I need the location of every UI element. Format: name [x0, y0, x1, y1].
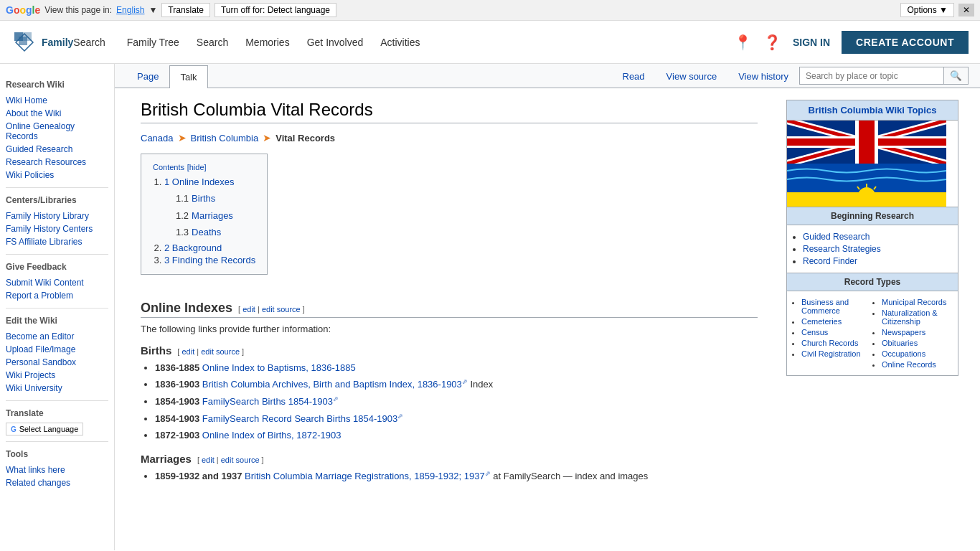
record-types-content: Business and Commerce Cemeteries Census …	[787, 291, 958, 375]
sidebar-item-personal-sandbox[interactable]: Personal Sandbox	[6, 356, 108, 369]
turnoff-button[interactable]: Turn off for: Detect language	[215, 3, 336, 17]
sidebar-item-family-history-library[interactable]: Family History Library	[6, 209, 108, 222]
tab-view-source[interactable]: View source	[656, 65, 728, 88]
tab-view-history[interactable]: View history	[727, 65, 799, 88]
births-link-1872-1903[interactable]: Online Index of Births, 1872-1903	[202, 430, 341, 441]
help-icon[interactable]: ❓	[763, 34, 781, 51]
edit-source-link-births[interactable]: edit source	[201, 347, 240, 356]
breadcrumb-bc[interactable]: British Columbia	[191, 133, 259, 143]
edit-link-marriages[interactable]: edit	[202, 456, 215, 464]
sidebar-item-report-problem[interactable]: Report a Problem	[6, 289, 108, 302]
sidebar-item-wiki-projects[interactable]: Wiki Projects	[6, 369, 108, 382]
nav-get-involved[interactable]: Get Involved	[307, 34, 364, 51]
nav-family-tree[interactable]: Family Tree	[127, 34, 179, 51]
toc-link-finding-records[interactable]: 3 Finding the Records	[164, 255, 255, 265]
breadcrumb-canada[interactable]: Canada	[141, 133, 174, 143]
wiki-right-sidebar: British Columbia Wiki Topics	[786, 100, 958, 498]
sidebar-item-upload-file[interactable]: Upload File/Image	[6, 343, 108, 356]
create-account-button[interactable]: CREATE ACCOUNT	[842, 31, 969, 54]
tab-talk[interactable]: Talk	[169, 65, 207, 88]
rt-link-occupations[interactable]: Occupations	[882, 349, 952, 358]
rt-link-municipal[interactable]: Municipal Records	[882, 298, 952, 306]
sign-in-button[interactable]: SIGN IN	[793, 37, 830, 48]
sidebar-item-wiki-university[interactable]: Wiki University	[6, 382, 108, 395]
rt-link-cemeteries[interactable]: Cemeteries	[801, 317, 872, 326]
toc-hide-button[interactable]: [hide]	[187, 163, 207, 171]
marriages-link-1859-1937[interactable]: British Columbia Marriage Registrations,…	[245, 471, 491, 481]
translate-button[interactable]: Translate	[161, 3, 210, 17]
rt-naturalization: Naturalization & Citizenship	[882, 309, 952, 326]
breadcrumb: Canada ➤ British Columbia ➤ Vital Record…	[141, 132, 758, 143]
research-strategies-link[interactable]: Research Strategies	[803, 244, 881, 254]
toc-link-births[interactable]: Births	[192, 193, 215, 204]
rt-link-civil[interactable]: Civil Registration	[801, 349, 872, 358]
toc-sublist-1: Births Marriages Deaths	[176, 192, 255, 240]
wiki-search-button[interactable]: 🔍	[943, 67, 968, 84]
select-language-button[interactable]: G Select Language	[6, 423, 83, 435]
births-link-1854-1903-b[interactable]: FamilySearch Record Search Births 1854-1…	[202, 413, 403, 424]
wiki-content-area: Page Talk Read View source View history …	[115, 64, 980, 550]
sidebar-divider-2	[6, 254, 108, 255]
marriages-section-header: Marriages [ edit | edit source ]	[141, 453, 758, 465]
edit-link-online-indexes[interactable]: edit	[242, 305, 255, 314]
beginning-research-header: Beginning Research	[787, 207, 958, 225]
sidebar-item-fs-affiliate-libraries[interactable]: FS Affiliate Libraries	[6, 235, 108, 248]
sidebar-item-wiki-policies[interactable]: Wiki Policies	[6, 169, 108, 182]
svg-point-15	[858, 187, 875, 204]
guided-research-link[interactable]: Guided Research	[803, 232, 870, 242]
sidebar-item-submit-wiki[interactable]: Submit Wiki Content	[6, 276, 108, 289]
rt-link-naturalization[interactable]: Naturalization & Citizenship	[882, 309, 952, 326]
births-link-1854-1903-a[interactable]: FamilySearch Births 1854-1903	[202, 396, 339, 407]
sidebar-item-guided-research[interactable]: Guided Research	[6, 143, 108, 156]
toc-link-online-indexes[interactable]: 1 Online Indexes	[164, 176, 235, 187]
births-link-1836-1885[interactable]: Online Index to Baptisms, 1836-1885	[202, 362, 356, 373]
rt-online: Online Records	[882, 360, 952, 369]
rt-link-census[interactable]: Census	[801, 328, 872, 336]
rt-link-church[interactable]: Church Records	[801, 339, 872, 347]
tab-read[interactable]: Read	[612, 65, 656, 88]
page-tabs: Page Talk Read View source View history …	[115, 64, 980, 88]
wiki-search-input[interactable]	[800, 68, 943, 84]
sidebar-item-wiki-home[interactable]: Wiki Home	[6, 94, 108, 107]
rt-link-online[interactable]: Online Records	[882, 360, 952, 369]
language-link[interactable]: English	[116, 5, 144, 15]
nav-search[interactable]: Search	[197, 34, 228, 51]
record-finder-link[interactable]: Record Finder	[803, 256, 857, 266]
sidebar-item-what-links[interactable]: What links here	[6, 463, 108, 476]
toc-link-background[interactable]: 2 Background	[164, 242, 222, 253]
sidebar-item-family-history-centers[interactable]: Family History Centers	[6, 222, 108, 235]
nav-activities[interactable]: Activities	[380, 34, 420, 51]
rt-link-obituaries[interactable]: Obituaries	[882, 339, 952, 347]
toc-link-marriages[interactable]: Marriages	[192, 210, 233, 221]
sidebar-divider-4	[6, 400, 108, 401]
sidebar-item-become-editor[interactable]: Become an Editor	[6, 330, 108, 343]
sidebar-item-about-wiki[interactable]: About the Wiki	[6, 107, 108, 120]
online-indexes-heading: Online Indexes	[141, 301, 232, 316]
tools-title: Tools	[6, 449, 108, 459]
edit-link-births[interactable]: edit	[182, 347, 194, 356]
tab-page[interactable]: Page	[126, 65, 169, 88]
nav-memories[interactable]: Memories	[245, 34, 289, 51]
beginning-link-guided-research: Guided Research	[803, 232, 952, 242]
sidebar-item-related-changes[interactable]: Related changes	[6, 476, 108, 489]
births-link-1836-1903[interactable]: British Columbia Archives, Birth and Bap…	[202, 379, 468, 390]
translate-bar-text: View this page in:	[44, 5, 112, 15]
sidebar-item-online-genealogy[interactable]: Online Genealogy Records	[6, 120, 108, 143]
toc-link-deaths[interactable]: Deaths	[192, 227, 221, 237]
sidebar-divider-1	[6, 187, 108, 188]
bc-flag-svg	[787, 121, 946, 207]
wiki-topics-box: British Columbia Wiki Topics	[786, 100, 958, 376]
translate-close-button[interactable]: ✕	[958, 4, 974, 17]
search-icon: 🔍	[950, 70, 962, 81]
rt-link-newspapers[interactable]: Newspapers	[882, 328, 952, 336]
rt-business: Business and Commerce	[801, 298, 872, 315]
rt-newspapers: Newspapers	[882, 328, 952, 336]
sidebar-item-research-resources[interactable]: Research Resources	[6, 156, 108, 169]
options-button[interactable]: Options ▼	[900, 3, 954, 17]
location-icon[interactable]: 📍	[734, 34, 752, 51]
edit-source-link-marriages[interactable]: edit source	[221, 456, 260, 464]
logo-area[interactable]: FamilySearch	[11, 29, 105, 55]
edit-source-link-online-indexes[interactable]: edit source	[262, 305, 301, 314]
births-item-1836-1903: 1836-1903 British Columbia Archives, Bir…	[155, 377, 758, 392]
rt-link-business[interactable]: Business and Commerce	[801, 298, 872, 315]
